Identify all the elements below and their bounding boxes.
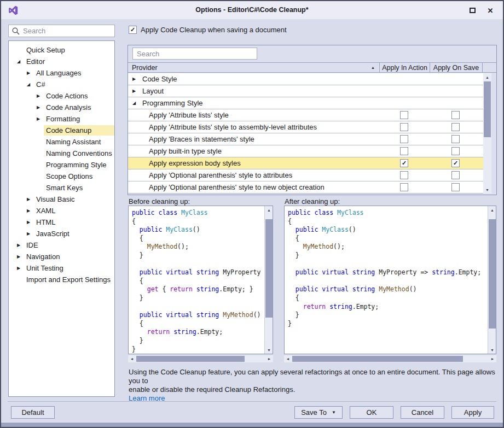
scroll-left-icon[interactable]: ◄	[128, 355, 136, 362]
maximize-button[interactable]	[467, 5, 477, 15]
scrollbar-thumb[interactable]	[136, 356, 245, 362]
apply-in-action-checkbox[interactable]	[400, 123, 408, 131]
tree-collapsed-icon[interactable]: ▶	[17, 255, 24, 259]
default-button[interactable]: Default	[11, 406, 55, 419]
tree-item[interactable]: ▶Code Actions	[9, 90, 114, 102]
code-line: public class MyClass	[132, 209, 273, 218]
provider-row[interactable]: Apply expression body styles✓✓	[128, 157, 483, 169]
provider-row[interactable]: Apply 'Attribute lists' style	[128, 109, 483, 121]
scroll-up-icon[interactable]: ▲	[483, 73, 491, 81]
scrollbar-thumb[interactable]	[489, 219, 496, 329]
apply-in-action-column-header[interactable]: Apply In Action	[379, 63, 430, 72]
provider-row[interactable]: Apply 'Optional parenthesis' style to ne…	[128, 181, 483, 194]
sidebar-search-input[interactable]	[20, 27, 119, 35]
tree-collapsed-icon[interactable]: ▶	[37, 94, 44, 98]
save-to-button[interactable]: Save To ▼	[294, 406, 343, 419]
tree-item[interactable]: ◢Editor	[9, 56, 114, 67]
apply-on-save-checkbox[interactable]	[451, 171, 460, 179]
scroll-up-icon[interactable]: ▲	[265, 206, 273, 214]
provider-row[interactable]: Apply built-in type style	[128, 145, 483, 157]
tree-item[interactable]: ▶JavaScript	[9, 228, 114, 239]
titlebar: Options - Editor\C#\Code Cleanup* ✕	[1, 1, 503, 19]
apply-on-save-checkbox[interactable]	[451, 147, 460, 155]
scroll-down-icon[interactable]: ▼	[265, 346, 273, 354]
apply-on-save-checkbox[interactable]	[451, 111, 460, 119]
apply-in-action-checkbox[interactable]	[400, 147, 408, 155]
before-vertical-scrollbar[interactable]: ▲ ▼	[264, 206, 273, 354]
tree-item[interactable]: Naming Assistant	[9, 136, 114, 148]
scrollbar-thumb[interactable]	[292, 356, 463, 362]
scroll-right-icon[interactable]: ►	[265, 355, 273, 362]
tree-item[interactable]: Quick Setup	[9, 44, 114, 56]
tree-item[interactable]: Code Cleanup	[9, 125, 114, 136]
tree-item-label: Editor	[24, 56, 114, 67]
tree-item[interactable]: Naming Conventions	[9, 148, 114, 159]
scroll-down-icon[interactable]: ▼	[488, 346, 496, 354]
tree-collapsed-icon[interactable]: ▶	[17, 243, 24, 248]
tree-collapsed-icon[interactable]: ▶	[17, 266, 24, 271]
tree-collapsed-icon[interactable]: ▶	[27, 232, 34, 236]
before-horizontal-scrollbar[interactable]: ◄ ►	[128, 355, 273, 362]
ok-button[interactable]: OK	[350, 406, 393, 419]
provider-row[interactable]: Apply 'Braces in statements' style	[128, 133, 483, 145]
scroll-down-icon[interactable]: ▼	[483, 186, 491, 194]
scroll-up-icon[interactable]: ▲	[488, 206, 496, 214]
tree-item[interactable]: ▶XAML	[9, 205, 114, 216]
tree-item[interactable]: ▶All Languages	[9, 67, 114, 79]
provider-list-scrollbar[interactable]: ▲ ▼	[483, 73, 491, 194]
tree-item[interactable]: ▶Visual Basic	[9, 194, 114, 205]
provider-row[interactable]: Apply 'Attribute lists' style to assembl…	[128, 121, 483, 133]
tree-collapsed-icon[interactable]: ▶	[27, 197, 34, 202]
provider-row[interactable]: ▶Layout	[128, 85, 483, 97]
scrollbar-thumb[interactable]	[265, 219, 273, 318]
tree-item[interactable]: Programming Style	[9, 159, 114, 171]
provider-column-header[interactable]: Provider ▲	[128, 63, 379, 72]
close-button[interactable]: ✕	[485, 5, 495, 15]
tree-expanded-icon[interactable]: ◢	[17, 60, 24, 64]
apply-in-action-checkbox[interactable]	[400, 183, 408, 191]
tree-collapsed-icon[interactable]: ▶	[27, 220, 34, 225]
apply-code-cleanup-checkbox[interactable]: ✓	[129, 26, 137, 34]
tree-item-label: Programming Style	[44, 160, 114, 170]
apply-on-save-column-header[interactable]: Apply On Save	[430, 63, 482, 72]
tree-item[interactable]: ▶Navigation	[9, 251, 114, 262]
apply-on-save-checkbox[interactable]	[451, 183, 460, 191]
provider-search-input[interactable]	[132, 48, 257, 60]
tree-item[interactable]: ▶Unit Testing	[9, 262, 114, 274]
scroll-left-icon[interactable]: ◄	[284, 355, 292, 362]
apply-in-action-checkbox[interactable]	[400, 171, 408, 179]
after-vertical-scrollbar[interactable]: ▲ ▼	[488, 206, 496, 354]
tree-item[interactable]: ▶Formatting	[9, 113, 114, 125]
after-horizontal-scrollbar[interactable]: ◄ ►	[284, 355, 496, 362]
row-expanded-icon[interactable]: ◢	[132, 101, 140, 105]
apply-in-action-checkbox[interactable]	[400, 111, 408, 119]
provider-row[interactable]: Apply 'Optional parenthesis' style to at…	[128, 169, 483, 181]
cancel-button[interactable]: Cancel	[401, 406, 444, 419]
scroll-right-icon[interactable]: ►	[489, 355, 496, 362]
apply-on-save-checkbox[interactable]	[451, 123, 460, 131]
tree-collapsed-icon[interactable]: ▶	[37, 117, 44, 121]
provider-row[interactable]: ▶Code Style	[128, 73, 483, 85]
provider-row-label: Apply 'Optional parenthesis' style to at…	[128, 171, 292, 179]
apply-on-save-checkbox[interactable]: ✓	[451, 159, 460, 167]
tree-item[interactable]: Scope Options	[9, 171, 114, 182]
tree-item[interactable]: ◢C#	[9, 79, 114, 90]
tree-item[interactable]: ▶HTML	[9, 216, 114, 228]
row-collapsed-icon[interactable]: ▶	[132, 77, 140, 81]
tree-item[interactable]: Smart Keys	[9, 182, 114, 194]
tree-item[interactable]: ▶IDE	[9, 239, 114, 251]
tree-item[interactable]: Import and Export Settings	[9, 274, 114, 285]
apply-on-save-checkbox[interactable]	[451, 135, 460, 143]
provider-row[interactable]: ◢Programming Style	[128, 97, 483, 109]
tree-collapsed-icon[interactable]: ▶	[27, 71, 34, 75]
tree-collapsed-icon[interactable]: ▶	[27, 209, 34, 213]
apply-button[interactable]: Apply	[451, 406, 494, 419]
apply-in-action-checkbox[interactable]	[400, 135, 408, 143]
tree-expanded-icon[interactable]: ◢	[27, 83, 34, 87]
apply-in-action-checkbox[interactable]: ✓	[400, 159, 408, 167]
row-collapsed-icon[interactable]: ▶	[132, 89, 140, 93]
tree-item-label: Code Cleanup	[44, 125, 114, 136]
scrollbar-thumb[interactable]	[484, 81, 491, 137]
tree-collapsed-icon[interactable]: ▶	[37, 105, 44, 110]
tree-item[interactable]: ▶Code Analysis	[9, 102, 114, 113]
